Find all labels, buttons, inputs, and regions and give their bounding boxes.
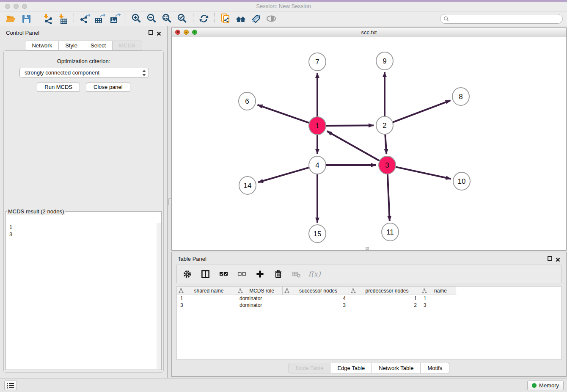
close-table-panel-icon[interactable] [556, 256, 561, 262]
split-panel-icon[interactable] [200, 269, 210, 279]
zoom-out-icon[interactable] [144, 12, 160, 25]
tab-style[interactable]: Style [58, 41, 84, 50]
memory-button[interactable]: Memory [527, 381, 564, 390]
graph-edge-2-3[interactable] [385, 134, 386, 154]
graph-node-label-9: 9 [383, 57, 386, 65]
graph-node-label-1: 1 [315, 122, 319, 130]
network-canvas[interactable]: 7968124314101511 [172, 37, 566, 250]
import-network-icon[interactable] [40, 12, 55, 25]
column-header-successor-nodes[interactable]: successor nodes [283, 287, 349, 295]
network-window-titlebar[interactable]: ✕ – + scc.txt [172, 28, 566, 37]
column-header-name[interactable]: name [420, 287, 456, 295]
table-cell[interactable]: 4 [283, 295, 349, 302]
network-window-title: scc.txt [172, 28, 566, 37]
table-row-1[interactable]: 3dominator323 [177, 302, 561, 309]
export-network-icon[interactable] [77, 12, 92, 25]
show-all-icon [264, 12, 279, 25]
tab-mcds[interactable]: MCDS [112, 41, 141, 50]
tab-network-table[interactable]: Network Table [372, 363, 420, 373]
graph-node-label-11: 11 [386, 228, 394, 236]
column-type-icon [351, 288, 356, 293]
add-icon[interactable] [255, 269, 265, 279]
graph-edge-2-8[interactable] [393, 100, 451, 122]
graph-edge-1-6[interactable] [258, 105, 309, 123]
first-neighbors-icon[interactable] [233, 12, 248, 25]
mcds-result-text[interactable]: 1 3 [6, 223, 156, 369]
graph-edge-3-1[interactable] [327, 131, 380, 161]
table-cell[interactable]: dominator [236, 302, 283, 309]
tab-motifs[interactable]: Motifs [420, 363, 449, 373]
optimization-criterion-label: Optimization criterion: [4, 58, 163, 64]
optimization-criterion-select[interactable]: strongly connected component [19, 68, 149, 77]
select-all-icon[interactable] [218, 269, 228, 279]
save-session-icon[interactable] [19, 12, 34, 25]
table-body: 1dominator4113dominator323 [177, 295, 561, 309]
search-field[interactable] [440, 14, 563, 24]
node-table: shared nameMCDS rolesuccessor nodesprede… [176, 286, 561, 360]
table-cell[interactable]: 1 [349, 295, 420, 302]
toolbar-separator [215, 13, 215, 24]
graph-node-label-4: 4 [315, 161, 319, 169]
column-header-shared-name[interactable]: shared name [177, 287, 236, 295]
open-session-icon[interactable] [3, 12, 19, 25]
new-network-from-selection-icon[interactable] [218, 12, 233, 25]
run-mcds-button[interactable]: Run MCDS [37, 83, 80, 92]
hide-selected-icon[interactable] [248, 12, 264, 25]
trash-icon[interactable] [273, 269, 283, 279]
table-panel-title: Table Panel [178, 256, 206, 262]
select-stepper-icon [142, 69, 146, 77]
mcds-result-legend: MCDS result (2 nodes) [7, 208, 65, 215]
main-toolbar [0, 11, 567, 26]
graph-edge-4-14[interactable] [258, 168, 309, 182]
graph-node-label-8: 8 [459, 93, 462, 101]
tab-edge-table[interactable]: Edge Table [330, 363, 372, 373]
task-list-button[interactable] [4, 381, 17, 390]
tab-select[interactable]: Select [84, 41, 112, 50]
memory-label: Memory [539, 382, 559, 389]
result-scrollbar[interactable] [157, 223, 161, 369]
column-header-predecessor-nodes[interactable]: predecessor nodes [349, 287, 420, 295]
table-cell[interactable]: 3 [420, 302, 456, 309]
table-cell[interactable]: 3 [177, 302, 236, 309]
window-resize-handle[interactable] [366, 247, 369, 250]
apply-layout-icon[interactable] [196, 12, 212, 25]
toolbar-separator [126, 13, 126, 24]
graph-edge-1-2[interactable] [326, 125, 374, 126]
float-table-panel-icon[interactable] [548, 256, 552, 261]
table-cell[interactable]: 1 [177, 295, 236, 302]
zoom-in-icon[interactable] [129, 12, 144, 25]
control-panel: Control Panel NetworkStyleSelectMCDS Opt… [0, 26, 168, 378]
tab-node-table[interactable]: Node Table [289, 363, 330, 373]
toolbar-separator [193, 13, 193, 24]
column-type-icon [284, 288, 289, 293]
graph-edge-3-10[interactable] [396, 167, 451, 179]
column-header-MCDS-role[interactable]: MCDS role [236, 287, 283, 295]
search-input[interactable] [449, 16, 562, 22]
gear-icon[interactable] [182, 269, 192, 279]
float-panel-icon[interactable] [149, 30, 153, 35]
export-table-icon[interactable] [92, 12, 107, 25]
close-panel-icon[interactable] [157, 30, 162, 36]
column-type-icon [422, 288, 427, 293]
graph-node-label-14: 14 [244, 182, 252, 190]
titlebar: Session: New Session [0, 2, 567, 11]
table-row-0[interactable]: 1dominator411 [177, 295, 561, 302]
table-cell[interactable]: dominator [236, 295, 283, 302]
window-title: Session: New Session [0, 2, 567, 11]
zoom-selected-icon[interactable] [175, 12, 190, 25]
function-builder-icon: f(x) [309, 269, 319, 279]
table-cell[interactable]: 2 [349, 302, 420, 309]
table-cell[interactable]: 1 [420, 295, 456, 302]
toolbar-separator [74, 13, 74, 24]
tab-network[interactable]: Network [25, 41, 58, 50]
close-panel-button[interactable]: Close panel [86, 83, 130, 92]
table-header-row: shared nameMCDS rolesuccessor nodesprede… [177, 287, 457, 295]
export-image-icon[interactable] [107, 12, 123, 25]
column-type-icon [238, 288, 243, 293]
deselect-all-icon[interactable] [237, 269, 247, 279]
delete-table-icon [291, 269, 301, 279]
zoom-fit-icon[interactable] [160, 12, 175, 25]
graph-edge-3-11[interactable] [388, 174, 390, 221]
import-table-icon[interactable] [55, 12, 71, 25]
table-cell[interactable]: 3 [283, 302, 349, 309]
